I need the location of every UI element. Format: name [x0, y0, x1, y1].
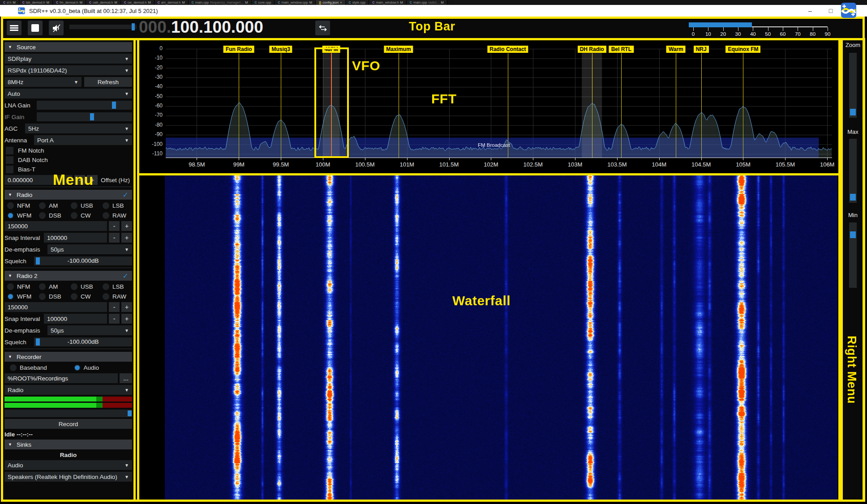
- station-label[interactable]: Musiq3: [269, 46, 292, 53]
- recording-path-input[interactable]: %ROOT%/Recordings: [4, 373, 118, 383]
- fm-notch-checkbox[interactable]: [6, 147, 13, 154]
- source-section-header[interactable]: ▼ Source: [4, 42, 132, 52]
- squelch-slider[interactable]: -100.000dB: [34, 256, 132, 265]
- radio-bandwidth-input[interactable]: 150000: [4, 221, 107, 231]
- if-gain-slider[interactable]: [37, 112, 132, 121]
- offset-minus-button[interactable]: -: [74, 175, 85, 185]
- mode-option-lsb[interactable]: LSB: [100, 283, 132, 290]
- mode-option-am[interactable]: AM: [36, 202, 68, 209]
- volume-slider[interactable]: [69, 25, 137, 29]
- lna-gain-slider[interactable]: [37, 101, 132, 110]
- station-label[interactable]: Warm: [666, 46, 686, 53]
- frequency-display[interactable]: 000.100.100.000: [139, 18, 263, 37]
- mode-option-wfm[interactable]: WFM: [4, 293, 36, 300]
- recorder-section-header[interactable]: ▼ Recorder: [4, 352, 132, 362]
- snap-plus-button[interactable]: +: [121, 233, 132, 243]
- bandwidth-plus-button[interactable]: +: [121, 302, 132, 312]
- max-slider-handle[interactable]: [850, 194, 856, 201]
- bandwidth-minus-button[interactable]: -: [109, 302, 120, 312]
- mode-option-raw[interactable]: RAW: [100, 212, 132, 219]
- min-slider[interactable]: [849, 222, 857, 288]
- maximize-button[interactable]: □: [820, 7, 841, 14]
- browse-button[interactable]: ...: [120, 373, 132, 383]
- minimize-button[interactable]: –: [800, 7, 820, 14]
- deemphasis-select[interactable]: 50µs▼: [47, 244, 132, 254]
- recorder-stream-select[interactable]: Radio▼: [4, 385, 132, 395]
- station-label[interactable]: Maximum: [384, 46, 413, 53]
- bandwidth-plus-button[interactable]: +: [121, 221, 132, 231]
- snap-interval-input[interactable]: 100000: [44, 233, 107, 243]
- editor-tab[interactable]: Cam_demod.hM: [155, 0, 189, 5]
- max-slider[interactable]: [849, 139, 857, 203]
- volume-slider-handle[interactable]: [132, 23, 135, 30]
- mode-option-dsb[interactable]: DSB: [36, 212, 68, 219]
- editor-tab[interactable]: Clsb_demod.hM: [19, 0, 53, 5]
- source-type-select[interactable]: SDRplay ▼: [4, 54, 132, 64]
- if-gain-handle[interactable]: [90, 113, 94, 120]
- editor-tab[interactable]: Cmain.cppradio\...M: [407, 0, 447, 5]
- fft-display[interactable]: 0-10-20-30-40-50-60-70-80-90-100-110 98.…: [139, 40, 838, 173]
- mode-option-am[interactable]: AM: [36, 283, 68, 290]
- mode-option-nfm[interactable]: NFM: [4, 202, 36, 209]
- station-label[interactable]: NRJ: [694, 46, 709, 53]
- station-label[interactable]: Fun Radio: [223, 46, 254, 53]
- sinks-section-header[interactable]: ▼ Sinks: [4, 440, 132, 449]
- sink-type-select[interactable]: Audio▼: [4, 460, 132, 470]
- editor-tab[interactable]: Ccore.cpp: [252, 0, 275, 5]
- station-label[interactable]: DH Radio: [578, 46, 606, 53]
- audio-radio[interactable]: [74, 364, 81, 371]
- editor-tab[interactable]: Cmain_window.cppM: [275, 0, 316, 5]
- record-button[interactable]: Record: [4, 419, 132, 429]
- editor-tab[interactable]: Cd.hM: [0, 0, 19, 5]
- snap-minus-button[interactable]: -: [109, 233, 120, 243]
- bandwidth-minus-button[interactable]: -: [109, 221, 120, 231]
- editor-tab[interactable]: Cstyle.cpp: [346, 0, 369, 5]
- editor-tab[interactable]: {}config.json×: [316, 0, 346, 5]
- offset-input[interactable]: 0.000000: [4, 175, 73, 185]
- mode-option-raw[interactable]: RAW: [100, 293, 132, 300]
- station-label[interactable]: Radio Contact: [487, 46, 528, 53]
- refresh-button[interactable]: Refresh: [84, 77, 132, 87]
- deemphasis-select[interactable]: 50µs▼: [47, 325, 132, 335]
- audio-device-select[interactable]: Speakers (Realtek High Definition Audio)…: [4, 472, 132, 482]
- editor-tab[interactable]: Cfm_demod.hM: [53, 0, 86, 5]
- mode-option-nfm[interactable]: NFM: [4, 283, 36, 290]
- mode-option-wfm[interactable]: WFM: [4, 212, 36, 219]
- min-slider-handle[interactable]: [850, 231, 856, 238]
- snap-minus-button[interactable]: -: [109, 314, 120, 324]
- dab-notch-checkbox[interactable]: [6, 156, 13, 164]
- station-label[interactable]: Bel RTL: [609, 46, 634, 53]
- lna-gain-handle[interactable]: [112, 102, 116, 109]
- device-select[interactable]: RSPdx (191106DA42) ▼: [4, 65, 132, 75]
- samplerate-select[interactable]: 8MHz ▼: [4, 77, 82, 87]
- baseband-radio[interactable]: [10, 364, 17, 371]
- editor-tab[interactable]: Cusb_demod.hM: [86, 0, 121, 5]
- mode-option-cw[interactable]: CW: [68, 212, 100, 219]
- mode-option-lsb[interactable]: LSB: [100, 202, 132, 209]
- close-icon[interactable]: ×: [340, 0, 342, 4]
- tune-mode-button[interactable]: [315, 21, 330, 35]
- zoom-slider[interactable]: [849, 53, 857, 118]
- squelch2-slider[interactable]: -100.000dB: [34, 337, 132, 346]
- station-label[interactable]: Equinox FM: [725, 46, 760, 53]
- agc-select[interactable]: 5Hz ▼: [25, 124, 132, 133]
- bias-t-checkbox[interactable]: [6, 166, 13, 173]
- editor-tab[interactable]: Cmain.cppfrequency_manager\...M: [189, 0, 252, 5]
- snap-interval-input[interactable]: 100000: [44, 314, 107, 324]
- enabled-check-icon[interactable]: ✓: [123, 191, 129, 199]
- zoom-slider-handle[interactable]: [850, 109, 856, 115]
- radio2-bandwidth-input[interactable]: 150000: [4, 302, 107, 312]
- menu-toggle-button[interactable]: [7, 21, 21, 35]
- recorder-volume-handle[interactable]: [128, 410, 132, 416]
- radio-section-header[interactable]: ▼ Radio ✓: [4, 190, 132, 200]
- offset-plus-button[interactable]: +: [87, 175, 98, 185]
- mode-option-dsb[interactable]: DSB: [36, 293, 68, 300]
- fft-gain-slider[interactable]: 0102030405060708090: [689, 22, 828, 38]
- waterfall-display[interactable]: [139, 175, 838, 500]
- mute-button[interactable]: [49, 21, 64, 35]
- stop-button[interactable]: [28, 21, 43, 35]
- if-mode-select[interactable]: Auto ▼: [4, 89, 132, 98]
- mode-option-usb[interactable]: USB: [68, 283, 100, 290]
- editor-tab[interactable]: Ccw_demod.hM: [121, 0, 155, 5]
- mode-option-usb[interactable]: USB: [68, 202, 100, 209]
